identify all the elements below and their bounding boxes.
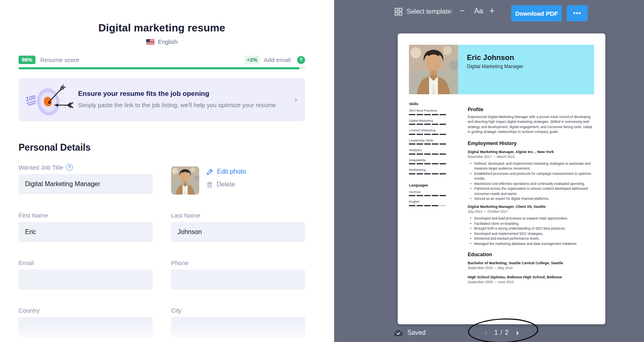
- education-entry: Bachelor of Marketing, Seattle Central C…: [468, 261, 594, 270]
- skill-item: SEO Best Practices: [409, 109, 451, 115]
- jobs-list: Digital Marketing Manager, Algine Inc. ,…: [468, 150, 594, 246]
- wanted-job-title-field: Wanted Job Title ?: [19, 164, 153, 195]
- job-entry: Digital Marketing Manager, Algine Inc. ,…: [468, 150, 594, 201]
- preview-panel: Select template − Aa + Download PDF •••: [334, 0, 644, 342]
- resume-main-column: Profile Experienced Digital Marketing Ma…: [468, 102, 594, 289]
- next-page-button[interactable]: ›: [516, 328, 519, 337]
- saved-status: Saved: [394, 329, 425, 336]
- email-label: Email: [19, 259, 34, 266]
- last-name-input[interactable]: [171, 222, 305, 242]
- city-field: City: [171, 307, 305, 337]
- select-template-button[interactable]: Select template: [394, 8, 451, 16]
- skill-item: Content Marketing: [409, 129, 451, 135]
- preview-toolbar: Select template − Aa + Download PDF •••: [334, 0, 644, 23]
- score-help-icon[interactable]: ?: [297, 56, 305, 64]
- first-name-label: First Name: [19, 212, 48, 219]
- job-match-banner[interactable]: 100: [19, 78, 305, 121]
- last-name-field: Last Name: [171, 211, 305, 242]
- skill-rating-bar: [409, 153, 451, 155]
- profile-heading: Profile: [468, 107, 594, 112]
- banner-subtitle: Simply paste the link to the job listing…: [78, 101, 283, 110]
- wanted-job-title-label: Wanted Job Title: [19, 164, 63, 171]
- resume-sidebar: Skills SEO Best Practices Digital Market…: [409, 102, 451, 289]
- skill-item: Adaptability: [409, 158, 451, 165]
- education-entry: High School Diploma, Bellevue High Schoo…: [468, 275, 594, 284]
- education-list: Bachelor of Marketing, Seattle Central C…: [468, 261, 594, 284]
- first-name-field: First Name: [19, 211, 153, 242]
- profile-photo-thumbnail[interactable]: [171, 166, 199, 195]
- score-badge: 98%: [19, 56, 35, 64]
- resume-job-title: Digital Marketing Manager: [467, 64, 594, 69]
- font-size-button[interactable]: Aa: [474, 7, 483, 15]
- country-label: Country: [19, 307, 40, 314]
- skill-rating-bar: [409, 124, 451, 125]
- country-field: Country: [19, 307, 153, 337]
- target-illustration-icon: 100: [19, 80, 78, 120]
- font-decrease-button[interactable]: −: [460, 6, 465, 16]
- resume-preview-page[interactable]: Eric Johnson Digital Marketing Manager S…: [398, 33, 605, 324]
- employment-heading: Employment History: [468, 141, 594, 146]
- resume-title-band: Eric Johnson Digital Marketing Manager: [458, 45, 594, 94]
- skill-rating-bar: [409, 134, 451, 135]
- wanted-job-title-input[interactable]: [19, 174, 153, 194]
- language-rating-bar: [409, 205, 451, 206]
- city-label: City: [171, 307, 182, 314]
- phone-field: Phone: [171, 259, 305, 290]
- skill-item: Multitasking: [409, 168, 451, 174]
- pencil-icon: [206, 168, 213, 175]
- us-flag-icon: [146, 39, 155, 45]
- skill-rating-bar: [409, 114, 451, 115]
- page-navigation: ‹ 1 / 2 ›: [465, 328, 538, 337]
- font-increase-button[interactable]: +: [489, 6, 495, 16]
- skill-item: Leadership Skills: [409, 139, 451, 145]
- delete-photo-button[interactable]: Delete: [206, 181, 246, 188]
- country-input[interactable]: [19, 317, 153, 337]
- email-input[interactable]: [19, 269, 153, 290]
- language-rating-bar: [409, 195, 451, 196]
- trash-icon: [206, 181, 213, 188]
- edit-photo-button[interactable]: Edit photo: [206, 168, 246, 175]
- language-selector[interactable]: English: [19, 38, 305, 45]
- more-options-button[interactable]: •••: [567, 5, 588, 21]
- document-title[interactable]: Digital marketing resume: [19, 22, 305, 34]
- download-pdf-button[interactable]: Download PDF: [511, 5, 562, 21]
- resume-name: Eric Johnson: [467, 53, 594, 62]
- job-entry: Digital Marketing Manager, Client XII, S…: [468, 205, 594, 246]
- languages-list: German English: [409, 190, 451, 206]
- language-item: German: [409, 190, 451, 197]
- score-progress-fill: [19, 67, 299, 69]
- page-indicator: 1 / 2: [494, 329, 509, 336]
- city-input[interactable]: [171, 317, 305, 337]
- languages-heading: Languages: [409, 183, 451, 187]
- phone-label: Phone: [171, 259, 188, 266]
- skill-item: Digital Marketing: [409, 119, 451, 125]
- profile-text: Experienced Digital Marketing Manager wi…: [468, 114, 594, 135]
- cloud-check-icon: [394, 330, 403, 336]
- banner-chevron-icon[interactable]: ›: [287, 95, 305, 105]
- boost-badge: +2%: [244, 56, 260, 64]
- score-label: Resume score: [40, 56, 79, 63]
- skill-rating-bar: [409, 163, 451, 164]
- education-heading: Education: [468, 252, 594, 257]
- skills-list: SEO Best Practices Digital Marketing Con…: [409, 109, 451, 174]
- last-name-label: Last Name: [171, 212, 200, 219]
- editor-panel: Digital marketing resume English 98% Res…: [0, 0, 334, 342]
- resume-score-row: 98% Resume score +2% Add email ?: [19, 56, 305, 64]
- skill-rating-bar: [409, 173, 451, 174]
- email-field: Email: [19, 259, 153, 290]
- template-grid-icon: [394, 8, 402, 16]
- personal-details-heading: Personal Details: [19, 142, 305, 153]
- boost-action-link[interactable]: Add email: [264, 56, 291, 63]
- phone-input[interactable]: [171, 269, 305, 290]
- first-name-input[interactable]: [19, 222, 153, 242]
- score-progress-bar: [19, 67, 305, 69]
- photo-block: Edit photo Delete: [171, 164, 305, 195]
- skills-heading: Skills: [409, 102, 451, 106]
- prev-page-button[interactable]: ‹: [484, 328, 487, 337]
- job-title-help-icon[interactable]: ?: [66, 164, 73, 171]
- resume-photo: [409, 45, 458, 94]
- toolbar-divider: [452, 6, 452, 17]
- banner-title: Ensure your resume fits the job opening: [78, 90, 283, 98]
- skill-rating-bar: [409, 143, 451, 145]
- resume-header: Eric Johnson Digital Marketing Manager: [409, 45, 594, 94]
